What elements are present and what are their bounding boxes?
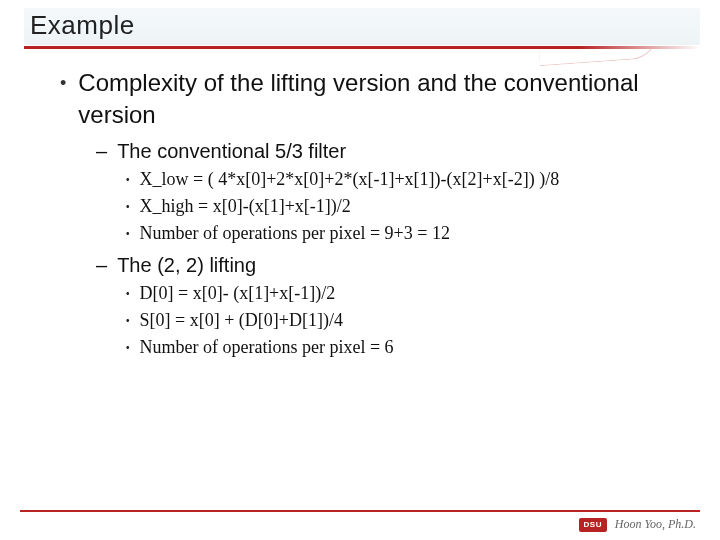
logo-badge: DSU xyxy=(579,518,607,532)
equation-text: X_low = ( 4*x[0]+2*x[0]+2*(x[-1]+x[1])-(… xyxy=(140,167,560,191)
dot-icon: • xyxy=(126,201,130,212)
dot-icon: • xyxy=(126,228,130,239)
summary-text: Number of operations per pixel = 6 xyxy=(140,335,394,359)
equation-text: X_high = x[0]-(x[1]+x[-1])/2 xyxy=(140,194,351,218)
section-heading: The (2, 2) lifting xyxy=(117,252,256,279)
bullet-icon: • xyxy=(60,73,66,94)
content-area: • Complexity of the lifting version and … xyxy=(20,59,700,360)
author-text: Hoon Yoo, Ph.D. xyxy=(615,517,696,532)
equation-text: D[0] = x[0]- (x[1]+x[-1])/2 xyxy=(140,281,336,305)
section-heading: The conventional 5/3 filter xyxy=(117,138,346,165)
dot-icon: • xyxy=(126,342,130,353)
footer-underline xyxy=(20,510,700,512)
slide: Example • Complexity of the lifting vers… xyxy=(0,0,720,540)
dash-icon: – xyxy=(96,254,107,277)
dash-icon: – xyxy=(96,140,107,163)
title-wrap: Example xyxy=(24,8,700,49)
dot-icon: • xyxy=(126,174,130,185)
dot-icon: • xyxy=(126,315,130,326)
equation-text: S[0] = x[0] + (D[0]+D[1])/4 xyxy=(140,308,343,332)
footer: DSU Hoon Yoo, Ph.D. xyxy=(579,517,696,532)
title-underline xyxy=(24,46,700,49)
dot-icon: • xyxy=(126,288,130,299)
main-bullet-text: Complexity of the lifting version and th… xyxy=(78,67,680,132)
summary-text: Number of operations per pixel = 9+3 = 1… xyxy=(140,221,450,245)
